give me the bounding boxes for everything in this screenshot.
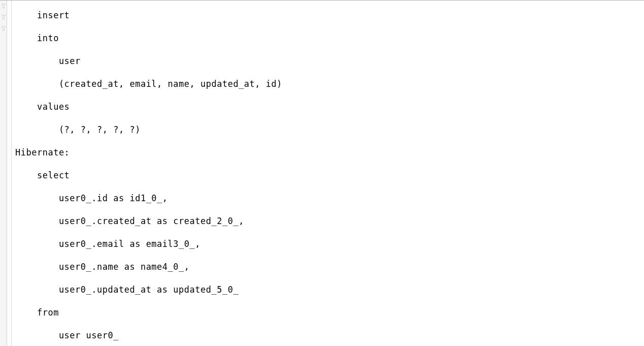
console-vertical-rule bbox=[11, 1, 12, 346]
panel-top-border bbox=[0, 0, 644, 1]
console-line: values bbox=[15, 102, 70, 112]
console-line: (?, ?, ?, ?, ?) bbox=[15, 124, 141, 135]
console-line: insert bbox=[15, 10, 75, 20]
console-line: user0_.created_at as created_2_0_, bbox=[15, 216, 244, 226]
console-line: user0_.name as name4_0_, bbox=[15, 262, 190, 272]
console-line: into bbox=[15, 33, 59, 43]
console-line: select bbox=[15, 170, 70, 180]
console-line: from bbox=[15, 307, 59, 318]
console-line: user0_.id as id1_0_, bbox=[15, 193, 168, 203]
console-line: user user0_ bbox=[15, 330, 124, 340]
console-line: (created_at, email, name, updated_at, id… bbox=[15, 79, 288, 89]
console-line: user bbox=[15, 56, 81, 66]
console-output[interactable]: insert into user (created_at, email, nam… bbox=[15, 4, 644, 346]
console-line: Hibernate: bbox=[15, 147, 75, 158]
console-line: user0_.updated_at as updated_5_0_ bbox=[15, 285, 244, 295]
gutter-filter-icon[interactable] bbox=[0, 23, 7, 34]
console-line: user0_.email as email3_0_, bbox=[15, 239, 200, 249]
gutter-filter-icon[interactable] bbox=[0, 12, 7, 23]
gutter-filter-icon[interactable] bbox=[0, 1, 7, 12]
console-gutter[interactable] bbox=[0, 1, 7, 346]
